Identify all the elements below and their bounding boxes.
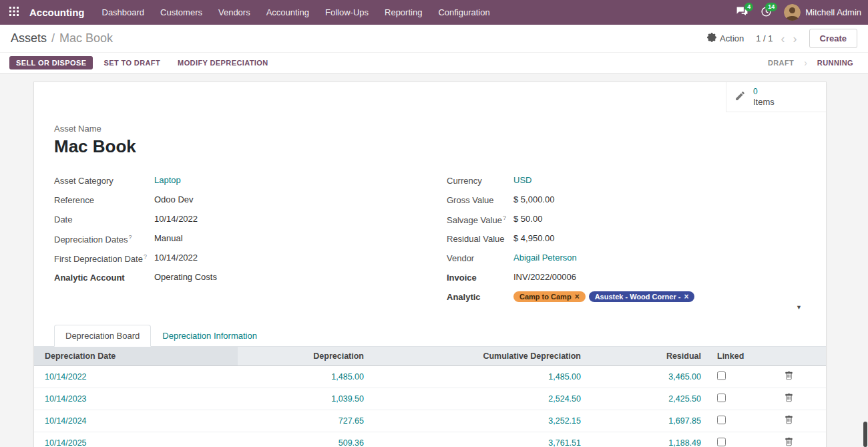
field-value-text: 10/14/2022	[154, 253, 198, 263]
control-panel: Assets / Mac Book Action 1 / 1 ‹ › Creat…	[0, 25, 868, 53]
field-row: Depreciation Dates?Manual	[54, 231, 413, 251]
field-value: USD	[513, 175, 531, 185]
gear-icon	[707, 33, 716, 44]
action-menu-button[interactable]: Action	[707, 33, 744, 44]
field-value: $ 4,950.00	[513, 233, 554, 243]
tab-depreciation-board[interactable]: Depreciation Board	[54, 325, 151, 347]
depreciation-date-cell[interactable]: 10/14/2025	[34, 432, 238, 447]
activities-button[interactable]: 14	[754, 0, 778, 25]
depreciation-table: Depreciation DateDepreciationCumulative …	[34, 347, 826, 447]
notebook-tabs: Depreciation BoardDepreciation Informati…	[34, 325, 826, 347]
control-panel-right: Action 1 / 1 ‹ › Create	[707, 29, 857, 48]
messages-button[interactable]: 4	[730, 0, 754, 25]
help-indicator: ?	[144, 253, 147, 260]
residual-cell: 2,425.50	[592, 388, 712, 410]
navbar-right: 4 14 Mitchell Admin	[730, 0, 868, 25]
field-value: Operating Costs	[154, 272, 217, 282]
field-label: Vendor	[447, 253, 513, 263]
column-header[interactable]: Depreciation Date	[34, 347, 238, 366]
field-row: Residual Value$ 4,950.00	[447, 231, 806, 251]
field-value-text[interactable]: USD	[513, 175, 531, 185]
asset-name-title[interactable]: Mac Book	[54, 136, 806, 157]
delete-row-button[interactable]	[752, 432, 826, 447]
chevron-down-icon[interactable]: ▼	[796, 304, 802, 311]
pager-value[interactable]: 1 / 1	[756, 33, 773, 43]
apps-menu-button[interactable]	[0, 0, 28, 25]
tag-remove-icon[interactable]: ×	[575, 293, 580, 301]
analytic-tag[interactable]: Asustek - Wood Corner -×	[589, 291, 695, 302]
field-value-text[interactable]: Abigail Peterson	[513, 253, 577, 263]
statusbar-state[interactable]: DRAFT	[768, 59, 794, 67]
statusbar-states: DRAFT›RUNNING	[768, 57, 859, 68]
linked-cell	[712, 432, 752, 447]
analytic-tag[interactable]: Camp to Camp×	[513, 291, 586, 302]
field-label: Analytic	[447, 291, 513, 302]
asset-form-sheet: 0 Items Asset Name Mac Book Asset Catego…	[33, 82, 827, 447]
delete-row-button[interactable]	[752, 366, 826, 388]
field-label: Invoice	[447, 272, 513, 283]
items-stat-button[interactable]: 0 Items	[726, 82, 826, 112]
linked-checkbox[interactable]	[717, 371, 726, 380]
statusbar-button[interactable]: MODIFY DEPRECIATION	[171, 56, 275, 69]
nav-menu-item[interactable]: Reporting	[377, 0, 430, 25]
linked-cell	[712, 388, 752, 410]
nav-menu-item[interactable]: Follow-Ups	[317, 0, 377, 25]
table-row: 10/14/20231,039.502,524.502,425.50	[34, 388, 826, 410]
depreciation-date-cell[interactable]: 10/14/2023	[34, 388, 238, 410]
user-avatar[interactable]	[784, 4, 801, 21]
nav-menu-item[interactable]: Configuration	[430, 0, 497, 25]
depreciation-date-cell[interactable]: 10/14/2022	[34, 366, 238, 388]
fields-column-left: Asset CategoryLaptopReferenceOdoo DevDat…	[54, 173, 413, 309]
column-header[interactable]: Residual	[592, 347, 712, 366]
field-label: Depreciation Dates?	[54, 233, 154, 245]
create-button[interactable]: Create	[809, 29, 857, 48]
statusbar-state[interactable]: RUNNING	[817, 59, 853, 67]
nav-menu: DashboardCustomersVendorsAccountingFollo…	[94, 0, 498, 25]
residual-cell: 1,697.85	[592, 410, 712, 432]
field-label: Date	[54, 214, 154, 225]
linked-checkbox[interactable]	[717, 394, 726, 402]
linked-checkbox[interactable]	[717, 438, 726, 446]
field-row: InvoiceINV/2022/00006	[447, 270, 806, 289]
depreciation-date-cell[interactable]: 10/14/2024	[34, 410, 238, 432]
field-value-text: Manual	[154, 233, 183, 243]
field-value: Laptop	[154, 175, 181, 185]
pager: 1 / 1 ‹ ›	[756, 33, 797, 45]
trash-icon	[785, 394, 793, 402]
field-row: Analytic AccountOperating Costs	[54, 270, 413, 289]
field-label: Salvage Value?	[447, 214, 513, 225]
field-value: 10/14/2022	[154, 214, 198, 224]
field-value: 10/14/2022	[154, 253, 198, 263]
field-row: VendorAbigail Peterson	[447, 251, 806, 270]
nav-menu-item[interactable]: Dashboard	[94, 0, 153, 25]
statusbar-button[interactable]: SELL OR DISPOSE	[9, 56, 93, 69]
tag-remove-icon[interactable]: ×	[684, 293, 688, 301]
field-row: Salvage Value?$ 50.00	[447, 212, 806, 231]
field-value-text: $ 50.00	[513, 214, 542, 224]
nav-menu-item[interactable]: Accounting	[258, 0, 317, 25]
breadcrumb-parent[interactable]: Assets	[11, 31, 47, 45]
nav-menu-item[interactable]: Customers	[152, 0, 210, 25]
depreciation-cell: 509.36	[238, 432, 375, 447]
linked-checkbox[interactable]	[717, 416, 726, 424]
column-header[interactable]: Cumulative Depreciation	[375, 347, 592, 366]
statusbar-button[interactable]: SET TO DRAFT	[97, 56, 167, 69]
top-navbar: Accounting DashboardCustomersVendorsAcco…	[0, 0, 868, 25]
pager-previous-icon[interactable]: ‹	[781, 33, 785, 45]
pager-next-icon[interactable]: ›	[793, 33, 797, 45]
column-header[interactable]: Linked	[712, 347, 752, 366]
stat-value: 0	[753, 87, 775, 97]
field-value-text: $ 5,000.00	[513, 194, 554, 204]
delete-row-button[interactable]	[752, 388, 826, 410]
cumulative-depreciation-cell: 3,761.51	[375, 432, 592, 447]
user-name[interactable]: Mitchell Admin	[805, 7, 861, 17]
vertical-scrollbar-thumb[interactable]	[863, 422, 867, 447]
action-menu-label: Action	[720, 33, 744, 43]
breadcrumb-current: Mac Book	[59, 31, 113, 45]
delete-row-button[interactable]	[752, 410, 826, 432]
field-value-text[interactable]: Laptop	[154, 175, 181, 185]
column-header[interactable]: Depreciation	[238, 347, 375, 366]
app-brand[interactable]: Accounting	[28, 7, 94, 18]
tab-depreciation-information[interactable]: Depreciation Information	[151, 325, 268, 347]
nav-menu-item[interactable]: Vendors	[210, 0, 258, 25]
